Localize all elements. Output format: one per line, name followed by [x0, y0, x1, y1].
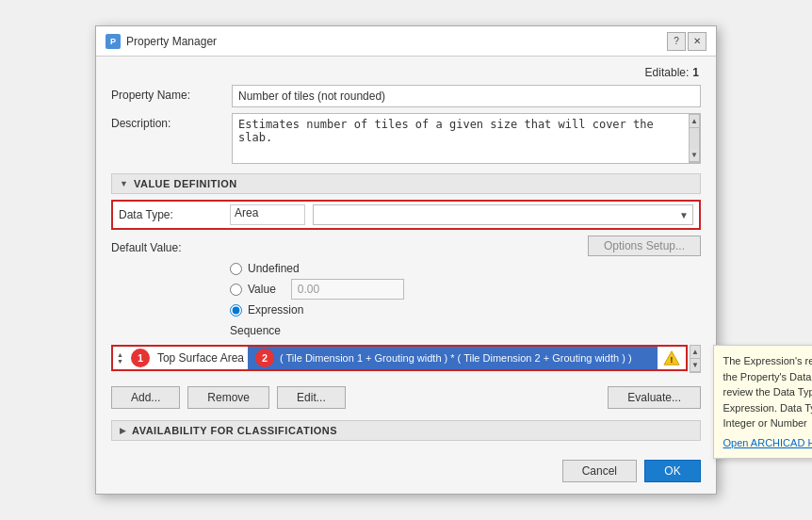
radio-undefined-row: Undefined — [230, 262, 701, 275]
value-definition-header[interactable]: ▼ VALUE DEFINITION — [111, 173, 701, 194]
data-type-dropdown[interactable]: ▼ — [313, 204, 693, 225]
seq-up-arrow[interactable]: ▲ — [117, 351, 123, 358]
seq-down-arrow[interactable]: ▼ — [117, 358, 123, 365]
description-input[interactable]: Estimates number of tiles of a given siz… — [233, 114, 689, 163]
edit-button[interactable]: Edit... — [277, 386, 346, 409]
section-arrow-icon: ▼ — [120, 179, 128, 188]
dialog-footer: Cancel OK — [96, 450, 716, 494]
archicad-help-link[interactable]: Open ARCHICAD Help — [723, 435, 812, 451]
description-scrollbar[interactable]: ▲ ▼ — [689, 114, 700, 163]
scroll-down[interactable]: ▼ — [690, 149, 699, 162]
default-value-label: Default Value: — [111, 237, 224, 254]
property-name-input[interactable] — [232, 85, 701, 107]
expression-text: ( Tile Dimension 1 + Grouting width ) * … — [280, 352, 632, 364]
sequence-arrows: ▲ ▼ — [113, 351, 127, 365]
badge-2: 2 — [255, 349, 274, 367]
seq-scroll-down[interactable]: ▼ — [690, 359, 700, 372]
title-bar: P Property Manager ? ✕ — [96, 26, 716, 57]
add-button[interactable]: Add... — [111, 386, 180, 409]
title-bar-controls: ? ✕ — [667, 32, 706, 51]
data-type-label: Data Type: — [119, 208, 222, 221]
sequence-row[interactable]: ▲ ▼ 1 Top Surface Area 2 ( Tile Dimensio… — [111, 345, 688, 371]
sequence-left-content: Top Surface Area — [154, 351, 248, 365]
svg-text:!: ! — [670, 354, 673, 365]
action-buttons-row: Add... Remove Edit... Evaluate... — [111, 386, 701, 409]
radio-value[interactable] — [230, 284, 242, 296]
title-bar-left: P Property Manager — [106, 34, 217, 49]
evaluate-button[interactable]: Evaluate... — [608, 386, 701, 409]
editable-label: Editable: — [645, 66, 690, 79]
description-row: Description: Estimates number of tiles o… — [111, 113, 701, 164]
cancel-button[interactable]: Cancel — [562, 460, 637, 482]
radio-value-row: Value — [230, 279, 701, 300]
app-icon: P — [106, 34, 121, 49]
warning-icon-container[interactable]: ! — [658, 349, 686, 366]
radio-expression-row: Expression — [230, 303, 701, 317]
radio-expression[interactable] — [230, 304, 242, 317]
data-type-value[interactable]: Area — [230, 204, 305, 225]
seq-scroll-up[interactable]: ▲ — [690, 346, 700, 359]
sequence-label: Sequence — [111, 324, 701, 337]
radio-expression-label: Expression — [248, 303, 303, 317]
radio-group: Undefined Value Expression — [111, 262, 701, 317]
description-textarea-wrapper: Estimates number of tiles of a given siz… — [232, 113, 701, 164]
default-value-row: Default Value: Options Setup... — [111, 236, 701, 256]
radio-value-label: Value — [248, 283, 276, 296]
description-label: Description: — [111, 113, 224, 130]
editable-value: 1 — [692, 66, 699, 79]
expression-section: ▲ ▼ 1 Top Surface Area 2 ( Tile Dimensio… — [111, 345, 701, 373]
availability-section-header[interactable]: ▶ AVAILABILITY FOR CLASSIFICATIONS — [111, 420, 701, 441]
ok-button[interactable]: OK — [644, 460, 701, 482]
help-button[interactable]: ? — [667, 32, 686, 51]
dropdown-arrow-icon: ▼ — [679, 210, 689, 220]
value-definition-label: VALUE DEFINITION — [134, 178, 237, 189]
property-manager-dialog: P Property Manager ? ✕ Editable: 1 Prope… — [95, 25, 717, 495]
availability-label: AVAILABILITY FOR CLASSIFICATIONS — [132, 425, 337, 436]
sequence-scrollbar[interactable]: ▲ ▼ — [690, 345, 701, 373]
radio-undefined[interactable] — [230, 263, 242, 275]
warning-icon: ! — [663, 349, 680, 366]
dialog-title: Property Manager — [126, 35, 217, 48]
property-name-label: Property Name: — [111, 85, 224, 102]
value-input[interactable] — [291, 279, 404, 300]
availability-arrow-icon: ▶ — [120, 426, 126, 435]
radio-undefined-label: Undefined — [248, 262, 300, 275]
warning-tooltip: The Expression's result conflicts with t… — [713, 345, 812, 459]
data-type-row: Data Type: Area ▼ — [111, 200, 701, 230]
close-button[interactable]: ✕ — [688, 32, 706, 51]
property-name-row: Property Name: — [111, 85, 701, 107]
options-setup-button[interactable]: Options Setup... — [588, 236, 701, 256]
badge-1: 1 — [131, 349, 150, 367]
editable-row: Editable: 1 — [111, 66, 701, 79]
tooltip-text: The Expression's result conflicts with t… — [723, 355, 812, 429]
scroll-up[interactable]: ▲ — [690, 115, 699, 128]
sequence-expression: 2 ( Tile Dimension 1 + Grouting width ) … — [248, 347, 658, 369]
remove-button[interactable]: Remove — [187, 386, 269, 409]
dialog-body: Editable: 1 Property Name: Description: … — [96, 57, 716, 450]
